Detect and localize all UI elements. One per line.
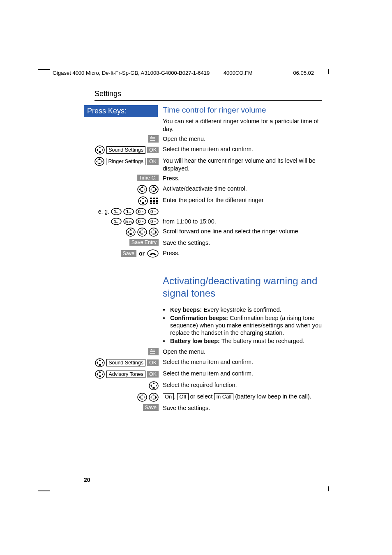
svg-point-25 <box>148 208 158 215</box>
svg-text:+: + <box>154 220 156 223</box>
svg-text:ω: ω <box>116 221 118 223</box>
crop-mark <box>328 69 329 74</box>
ringer-settings-menu-item: Ringer Settings <box>106 158 145 165</box>
keypad-icon <box>150 197 159 205</box>
save-entry-desc: Save the settings. <box>159 239 322 247</box>
toggle-desc: On, Off or select In Call (battery low b… <box>159 393 322 401</box>
bullet-bold: Confirmation beeps: <box>170 315 228 321</box>
key-5-icon: 5JKL <box>123 218 134 225</box>
key-0-icon: 0+ <box>136 208 146 215</box>
nav-right-icon <box>149 228 159 237</box>
nav-left-icon <box>137 185 147 194</box>
sound-settings-menu-item: Sound Settings <box>106 146 145 154</box>
bullet-text: Every keystroke is confirmed. <box>202 306 281 313</box>
time-control-softkey: Time C. <box>137 175 159 181</box>
svg-point-37 <box>148 218 158 225</box>
nav-icon <box>95 157 104 166</box>
bullet-bold: Key beeps: <box>170 306 202 313</box>
svg-rect-3 <box>99 163 101 164</box>
bullet-bold: Battery low beep: <box>170 338 220 344</box>
section2-heading: Activating/deactivating warning and sign… <box>163 275 322 299</box>
period-desc: Enter the period for the different ringe… <box>159 196 322 204</box>
eg-label: e. g. <box>98 208 109 215</box>
section1-heading: Time control for ringer volume <box>163 105 322 115</box>
nav-icon <box>138 196 148 205</box>
doc-id: Gigaset 4000 Micro, De-It-Fr-Sp-GB, A310… <box>53 70 210 76</box>
nav-icon <box>95 370 105 379</box>
menu-icon <box>148 348 159 355</box>
crop-mark <box>38 491 50 491</box>
press-keys-label: Press Keys: <box>84 105 158 117</box>
advisory-desc: Select the menu item and confirm. <box>159 370 322 378</box>
nav-icon <box>95 145 105 154</box>
advisory-tones-menu-item: Advisory Tones <box>106 371 145 378</box>
running-header: Gigaset 4000 Micro, De-It-Fr-Sp-GB, A310… <box>53 70 326 76</box>
sound-settings-desc: Select the menu item and confirm. <box>159 358 322 366</box>
svg-rect-8 <box>153 198 155 199</box>
file-name: 4000CO.FM <box>224 70 253 76</box>
bullet-item: Confirmation beeps: Confirmation beep (a… <box>163 314 322 336</box>
bullet-item: Battery low beep: The battery must be re… <box>163 337 322 345</box>
svg-text:ω: ω <box>129 211 131 214</box>
svg-rect-1 <box>99 151 101 153</box>
crop-mark <box>38 69 50 70</box>
press-desc: Press. <box>159 249 322 257</box>
svg-rect-13 <box>150 203 152 204</box>
toggle-end-text: (battery low beep in the call). <box>233 393 311 400</box>
title-rule <box>95 100 322 101</box>
bullet-item: Key beeps: Every keystroke is confirmed. <box>163 306 322 313</box>
nav-icon <box>95 358 105 367</box>
bullet-text: The battery must be recharged. <box>220 338 304 344</box>
svg-rect-10 <box>150 200 152 202</box>
save-softkey: Save <box>143 404 159 411</box>
sound-settings-desc: Select the menu item and confirm. <box>159 145 322 153</box>
ok-softkey: OK <box>147 359 159 366</box>
timec-desc: Press. <box>159 175 322 182</box>
svg-text:+: + <box>142 210 144 214</box>
open-menu-text: Open the menu. <box>159 135 322 143</box>
menu-icon <box>148 135 159 143</box>
svg-rect-15 <box>156 203 158 204</box>
svg-text:0: 0 <box>138 219 141 224</box>
page-title: Settings <box>95 90 322 98</box>
svg-rect-9 <box>156 198 158 199</box>
key-0-icon: 0+ <box>136 218 146 225</box>
key-1-icon: 1ω <box>111 218 122 225</box>
save-entry-softkey: Save Entry <box>129 239 159 246</box>
save-softkey: Save <box>121 250 137 257</box>
activate-desc: Activate/deactivate time control. <box>159 185 322 193</box>
svg-text:ω: ω <box>116 211 118 214</box>
nav-left-icon <box>137 228 147 237</box>
svg-rect-11 <box>153 200 155 202</box>
section1-intro: You can set a different ringer volume fo… <box>163 117 322 133</box>
key-0-icon: 0+ <box>148 218 159 225</box>
svg-rect-7 <box>150 198 152 199</box>
open-menu-text: Open the menu. <box>159 348 322 356</box>
svg-text:5: 5 <box>125 219 128 224</box>
save-desc: Save the settings. <box>159 404 322 412</box>
ok-softkey: OK <box>147 147 159 153</box>
or-label: or <box>139 250 145 257</box>
scroll-desc: Scroll forward one line and select the r… <box>159 228 322 235</box>
svg-text:0: 0 <box>150 209 153 214</box>
nav-right-icon <box>149 393 159 402</box>
svg-text:0: 0 <box>138 209 141 214</box>
key-0-icon: 0+ <box>148 208 159 215</box>
ringer-settings-desc: You will hear the current ringer volume … <box>159 157 322 172</box>
svg-text:0: 0 <box>150 219 153 224</box>
off-option: Off <box>177 393 188 400</box>
main-content: Press Keys: Time control for ringer volu… <box>84 105 322 412</box>
header-date: 06.05.02 <box>293 70 314 76</box>
svg-text:+: + <box>154 210 156 214</box>
nav-right-icon <box>149 185 159 194</box>
key-1-icon: 1ω <box>111 208 122 215</box>
page-number: 20 <box>84 477 90 483</box>
ok-softkey: OK <box>147 158 159 165</box>
svg-rect-14 <box>153 203 155 204</box>
svg-text:JKL: JKL <box>129 221 133 223</box>
toggle-mid-text: or select <box>189 393 214 400</box>
nav-left-icon <box>137 393 147 402</box>
ok-softkey: OK <box>147 371 159 378</box>
svg-point-34 <box>136 218 146 225</box>
hangup-key-icon <box>147 249 159 258</box>
